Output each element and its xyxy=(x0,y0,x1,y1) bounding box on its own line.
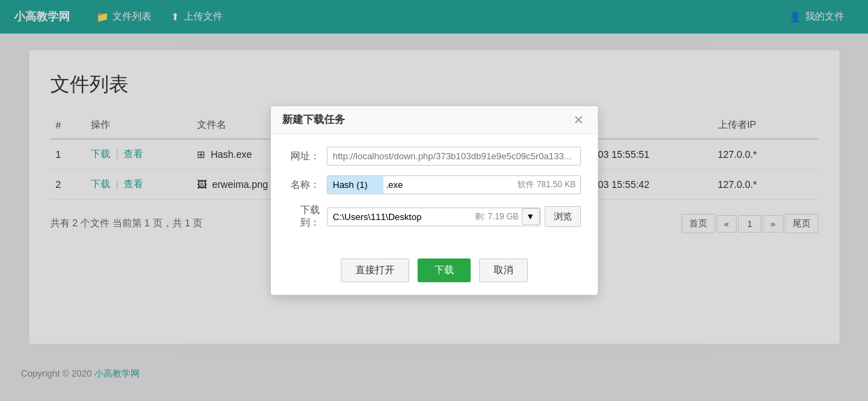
modal-overlay: 新建下载任务 ✕ 网址： 名称： 软件 781.50 KB 下载到： xyxy=(0,0,868,401)
name-rest-input[interactable] xyxy=(383,176,513,194)
path-input[interactable] xyxy=(328,208,475,226)
path-label: 下载到： xyxy=(288,204,320,229)
cancel-button[interactable]: 取消 xyxy=(479,258,528,282)
download-button[interactable]: 下载 xyxy=(418,258,471,282)
dialog-body: 网址： 名称： 软件 781.50 KB 下载到： 剩: 7.19 GB xyxy=(271,134,598,251)
dialog-header: 新建下载任务 ✕ xyxy=(271,106,598,134)
path-free-space: 剩: 7.19 GB xyxy=(475,211,522,223)
dialog-footer: 直接打开 下载 取消 xyxy=(271,251,598,295)
name-label: 名称： xyxy=(288,179,320,191)
name-highlight-input[interactable] xyxy=(328,176,383,194)
name-row: 名称： 软件 781.50 KB xyxy=(288,175,581,194)
name-input-container: 软件 781.50 KB xyxy=(327,175,581,194)
path-input-group: 剩: 7.19 GB ▼ 浏览 xyxy=(327,206,581,227)
path-dropdown-button[interactable]: ▼ xyxy=(522,208,540,225)
path-row: 下载到： 剩: 7.19 GB ▼ 浏览 xyxy=(288,204,581,229)
path-input-wrap: 剩: 7.19 GB ▼ xyxy=(327,207,540,226)
url-row: 网址： xyxy=(288,147,581,166)
name-size-info: 软件 781.50 KB xyxy=(517,179,580,191)
url-label: 网址： xyxy=(288,150,320,163)
url-input[interactable] xyxy=(327,147,581,166)
direct-open-button[interactable]: 直接打开 xyxy=(341,258,409,282)
download-dialog: 新建下载任务 ✕ 网址： 名称： 软件 781.50 KB 下载到： xyxy=(270,105,598,296)
browse-button[interactable]: 浏览 xyxy=(545,206,581,227)
dialog-close-button[interactable]: ✕ xyxy=(571,114,587,126)
dialog-title: 新建下载任务 xyxy=(282,113,345,126)
